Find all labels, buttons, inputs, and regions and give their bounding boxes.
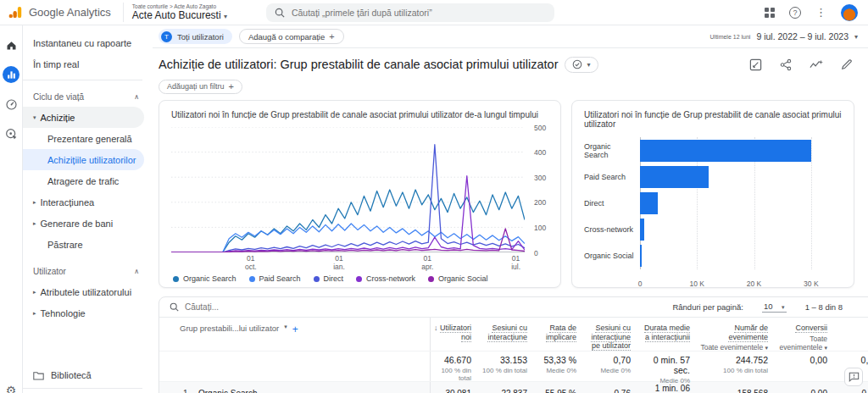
nav-divider [23, 80, 142, 80]
metric-header-durata-medie-a-interac-iunii[interactable]: Durata medie a interacțiunii [641, 318, 700, 351]
sidebar-item-traffic-acquisition[interactable]: Atragere de trafic [23, 170, 144, 191]
nav-section-lifecycle[interactable]: Ciclu de viață∧ [23, 86, 153, 107]
date-range-picker[interactable]: Ultimele 12 luni 9 iul. 2022 – 9 iul. 20… [710, 31, 858, 42]
sidebar-nav: Instantaneu cu rapoarteÎn timp realCiclu… [22, 25, 153, 393]
admin-gear-icon[interactable]: ⚙ [6, 384, 17, 393]
table-search[interactable] [170, 302, 672, 312]
user-avatar[interactable] [841, 4, 858, 21]
sidebar-item-tech[interactable]: ▸Tehnologie [23, 302, 144, 324]
caret-right-icon: ▸ [33, 289, 36, 296]
search-icon [170, 302, 179, 312]
sidebar-item-label: Achizițiile utilizatorilor [47, 155, 136, 165]
totals-cell: 244.752100 % din total [700, 351, 778, 381]
sidebar-item-user-attributes[interactable]: ▸Atributele utilizatorului [23, 281, 144, 302]
legend-item-cross-network[interactable]: Cross-network [356, 274, 415, 283]
metric-header-label: Număr de evenimente [728, 324, 768, 342]
rows-per-page-select[interactable]: 10 ▾ [762, 302, 787, 313]
data-quality-badge[interactable]: ▾ [565, 57, 598, 73]
dimension-header-label: Grup prestabili...lui utilizator [180, 324, 279, 333]
legend-dot [428, 276, 434, 282]
add-comparison-button[interactable]: Adaugă o comparație + [239, 29, 344, 44]
totals-subtext: Medie 0% [587, 367, 631, 374]
bar[interactable] [640, 140, 811, 162]
metric-header-num-r-de-evenimente[interactable]: Număr de evenimenteToate evenimentele ▾ [700, 318, 778, 351]
insights-icon[interactable] [810, 58, 823, 70]
totals-value: 0,70 [587, 355, 631, 365]
home-icon[interactable] [2, 36, 20, 54]
all-users-pill[interactable]: T Toți utilizatori [159, 29, 232, 44]
metric-header-sesiuni-cu-interac-iune-pe-utilizator[interactable]: Sesiuni cu interacțiune pe utilizator [587, 318, 641, 351]
legend-item-organic-social[interactable]: Organic Social [428, 274, 488, 283]
x-tick-label: 01iul. [511, 255, 520, 272]
totals-cell: 33.153100 % din total [481, 351, 537, 381]
y-tick-label: 500 [534, 124, 546, 132]
metric-header-clipped[interactable] [837, 318, 868, 351]
totals-value: 33.153 [481, 355, 527, 365]
nav-section-user[interactable]: Utilizator∧ [23, 261, 153, 281]
account-switcher[interactable]: Toate conturile > Acte Auto Zagato Acte … [123, 3, 236, 22]
totals-value: 244.752 [700, 355, 768, 365]
legend-item-paid-search[interactable]: Paid Search [249, 274, 301, 283]
bar-row: Paid Search [584, 164, 828, 190]
search-input[interactable] [292, 8, 546, 18]
global-search[interactable] [266, 3, 554, 22]
line-chart-y-axis: 0100200300400500 [525, 127, 550, 252]
totals-cell: 0,70Medie 0% [587, 351, 641, 381]
totals-value: 0,00 [778, 355, 827, 365]
table-search-input[interactable] [185, 302, 354, 312]
edit-report-icon[interactable] [749, 58, 762, 71]
sidebar-item-user-acquisition[interactable]: Achizițiile utilizatorilor [23, 149, 144, 170]
plus-icon: + [329, 31, 334, 42]
line-chart-plot[interactable] [171, 127, 525, 252]
feedback-button[interactable] [844, 368, 863, 386]
line-chart-legend: Organic SearchPaid SearchDirectCross-net… [171, 274, 550, 283]
customize-pencil-icon[interactable] [841, 58, 853, 70]
line-chart-title: Utilizatori noi în funcție de Grup prest… [171, 110, 550, 119]
bar[interactable] [640, 192, 658, 214]
advertising-icon[interactable] [2, 125, 20, 143]
google-analytics-logo[interactable]: Google Analytics [0, 5, 123, 19]
reports-icon-active[interactable] [2, 65, 20, 84]
quality-caret-icon: ▾ [587, 61, 590, 69]
explore-icon[interactable] [2, 95, 20, 113]
bar[interactable] [640, 166, 709, 188]
bar-x-tick-label: 0 [638, 280, 643, 288]
legend-item-direct[interactable]: Direct [314, 274, 344, 283]
table-row[interactable]: 1Organic Search30.08122.83755,95 %0,761 … [159, 382, 868, 393]
legend-item-organic-search[interactable]: Organic Search [173, 274, 236, 283]
bar-x-tick-label: 30 K [804, 280, 819, 288]
sidebar-item-engagement[interactable]: ▸Interacțiunea [23, 191, 144, 213]
sidebar-item-snapshot[interactable]: Instantaneu cu rapoarte [23, 32, 144, 53]
line-series-cross-network [171, 176, 525, 252]
bar[interactable] [640, 245, 642, 267]
sidebar-item-acquisition-overview[interactable]: Prezentare generală [23, 128, 144, 149]
sidebar-item-retention[interactable]: Păstrare [23, 234, 144, 255]
dimension-header[interactable]: Grup prestabili...lui utilizator ▾ + [159, 318, 431, 351]
sidebar-item-realtime[interactable]: În timp real [23, 53, 144, 75]
caret-right-icon: ▸ [33, 220, 36, 227]
totals-value: 0 min. 57 sec. [641, 355, 690, 375]
sidebar-item-monetization[interactable]: ▸Generare de bani [23, 213, 144, 234]
filter-bar: Adăugați un filtru + [153, 75, 868, 97]
metric-header-rata-de-implicare[interactable]: Rata de implicare [537, 318, 587, 351]
help-icon[interactable]: ? [789, 7, 801, 19]
sidebar-item-library[interactable]: Bibliotecă [33, 370, 92, 380]
nav-section-label: Utilizator [33, 267, 66, 276]
metric-header-sesiuni-cu-interac-iune[interactable]: Sesiuni cu interacțiune [481, 318, 537, 351]
caret-down-icon: ▾ [824, 345, 827, 351]
bar-row: Organic Social [584, 243, 828, 268]
add-filter-button[interactable]: Adăugați un filtru + [159, 80, 242, 94]
bar-category-label: Cross-network [584, 225, 640, 234]
line-series-organic-search [171, 190, 525, 252]
rows-per-page-label: Rânduri per pagină: [672, 302, 743, 312]
metric-subheader[interactable]: Toate evenimentele ▾ [778, 335, 827, 353]
metric-header-conversii[interactable]: ConversiiToate evenimentele ▾ [778, 318, 837, 351]
add-dimension-icon[interactable]: + [292, 324, 298, 335]
metric-header-utilizatori-noi[interactable]: ↓Utilizatori noi [431, 318, 481, 351]
share-icon[interactable] [780, 58, 792, 71]
more-menu-icon[interactable]: ⋮ [815, 6, 826, 19]
apps-grid-icon[interactable] [765, 8, 775, 18]
bar-x-tick-label: 20 K [747, 280, 762, 288]
sidebar-item-acquisition[interactable]: ▾Achiziție [23, 107, 144, 128]
bar[interactable] [640, 219, 644, 241]
